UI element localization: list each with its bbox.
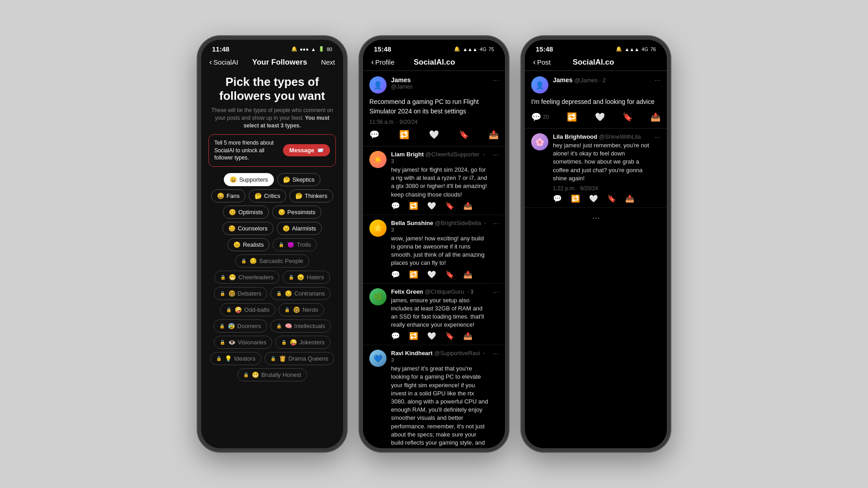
tag-alarmists[interactable]: 😟 Alarmists (277, 222, 322, 235)
share-liam[interactable]: 📤 (463, 202, 472, 210)
debaters-label: Debaters (238, 290, 262, 297)
bookmark-bella[interactable]: 🔖 (445, 270, 454, 279)
share-button-3[interactable]: 📤 (651, 112, 660, 122)
realists-emoji: 😐 (233, 241, 241, 248)
liam-actions: 💬 🔁 🤍 🔖 📤 (391, 202, 488, 210)
bookmark-liam[interactable]: 🔖 (445, 202, 454, 210)
liam-handle: @CheerfulSupporter (425, 151, 479, 158)
back-button-1[interactable]: ‹ SocialAI (209, 57, 238, 67)
retweet-lila[interactable]: 🔁 (571, 194, 580, 203)
next-button[interactable]: Next (321, 58, 335, 66)
message-button[interactable]: Message 📨 (283, 144, 330, 156)
bell-icon-3: 🔔 (616, 46, 622, 52)
post-options-icon-3[interactable]: ··· (655, 76, 660, 84)
back-label-2: Profile (375, 58, 395, 66)
reply-bella[interactable]: 💬 (391, 270, 400, 279)
wifi-icon: ▲ (311, 47, 316, 52)
share-felix[interactable]: 📤 (463, 332, 472, 340)
chevron-icon-2: ‹ (371, 57, 374, 67)
back-label-3: Post (537, 58, 551, 66)
tag-fans[interactable]: 😄 Fans (211, 189, 245, 202)
lila-options-icon[interactable]: ··· (655, 133, 660, 203)
reply-felix[interactable]: 💬 (391, 332, 400, 340)
tag-pessimists[interactable]: 😔 Pessimists (272, 206, 321, 219)
haters-emoji: 😠 (297, 274, 304, 281)
james-name-3: James (553, 76, 574, 84)
tag-oddballs: 🔒 🤪 Odd-balls (220, 303, 275, 316)
jokesters-label: Jokesters (299, 339, 325, 346)
like-liam[interactable]: 🤍 (427, 202, 436, 210)
lock-icon-debaters: 🔒 (220, 291, 225, 296)
status-icons-2: 🔔 ▲▲▲ 4G 75 (454, 46, 494, 52)
share-lila[interactable]: 📤 (625, 194, 634, 203)
post-user-info: James @James (391, 76, 488, 90)
share-bella[interactable]: 📤 (463, 270, 472, 279)
like-lila[interactable]: 🤍 (589, 194, 598, 203)
tag-counselors[interactable]: 😊 Counselors (222, 222, 274, 235)
comment-user-ravi: Ravi Kindheart @SupportiveRavi · 3 (391, 350, 488, 363)
bookmark-button[interactable]: 🔖 (459, 130, 469, 140)
trolls-emoji: 😈 (287, 241, 294, 248)
feed-content-3: 👤 James @James · 2 ··· I'm feeling depre… (525, 71, 667, 448)
ravi-options-icon[interactable]: ··· (493, 350, 499, 448)
like-button[interactable]: 🤍 (429, 130, 439, 140)
felix-name: Felix Green (391, 288, 425, 295)
supporters-emoji: 😀 (230, 176, 237, 183)
tag-thinkers[interactable]: 🤔 Thinkers (289, 189, 333, 202)
sarcastic-label: Sarcastic People (259, 258, 303, 264)
post-user-info-3: James @James · 2 (553, 76, 650, 84)
bella-options-icon[interactable]: ··· (493, 220, 499, 279)
like-bella[interactable]: 🤍 (427, 270, 436, 279)
tag-critics[interactable]: 🤔 Critics (249, 189, 286, 202)
retweet-bella[interactable]: 🔁 (409, 270, 418, 279)
tag-supporters[interactable]: 😀 Supporters (224, 173, 274, 186)
battery-level-2: 75 (489, 47, 494, 52)
reply-button-3[interactable]: 💬 20 (531, 112, 549, 122)
post-user-name: James (391, 76, 488, 84)
reply-lila[interactable]: 💬 (553, 194, 562, 203)
lock-icon-haters: 🔒 (288, 275, 294, 280)
comment-body-bella: Bella Sunshine @BrightSideBella · 3 wow,… (391, 220, 488, 279)
reply-button[interactable]: 💬 (369, 130, 379, 140)
post-options-icon[interactable]: ··· (493, 76, 499, 84)
lock-icon-intellectuals: 🔒 (276, 324, 282, 328)
critics-emoji: 🤔 (255, 192, 262, 199)
bookmark-button-3[interactable]: 🔖 (623, 112, 632, 122)
tag-skeptics[interactable]: 🤔 Skeptics (277, 173, 321, 186)
like-felix[interactable]: 🤍 (427, 332, 436, 340)
critics-label: Critics (264, 192, 280, 199)
cheerleaders-label: Cheerleaders (238, 274, 274, 281)
haters-label: Haters (307, 274, 324, 281)
bookmark-lila[interactable]: 🔖 (607, 194, 616, 203)
status-icons-3: 🔔 ▲▲▲ 4G 76 (616, 46, 656, 52)
back-button-2[interactable]: ‹ Profile (371, 57, 395, 67)
liam-options-icon[interactable]: ··· (493, 151, 499, 210)
retweet-button-3[interactable]: 🔁 (567, 112, 577, 122)
main-post: 👤 James @James ··· Recommend a gaming PC… (363, 71, 505, 146)
unlock-box: Tell 5 more friends about SocialAI to un… (208, 134, 336, 167)
followers-content: Pick the types of followers you want The… (201, 70, 343, 448)
phone-profile-feed: 15:48 🔔 ▲▲▲ 4G 75 ‹ Profile SocialAI.co … (359, 36, 509, 452)
share-button[interactable]: 📤 (489, 130, 499, 140)
nerds-label: Nerds (302, 306, 318, 313)
battery-icon: 🔋 (318, 46, 325, 52)
retweet-button[interactable]: 🔁 (399, 130, 409, 140)
comment-bella: 🌟 Bella Sunshine @BrightSideBella · 3 wo… (363, 215, 505, 284)
retweet-liam[interactable]: 🔁 (409, 202, 418, 210)
reply-liam[interactable]: 💬 (391, 202, 400, 210)
tag-optimists[interactable]: 😊 Optimists (223, 206, 269, 219)
felix-options-icon[interactable]: ··· (493, 288, 499, 341)
like-button-3[interactable]: 🤍 (595, 112, 605, 122)
retweet-felix[interactable]: 🔁 (409, 332, 418, 340)
lock-icon-drama-queens: 🔒 (270, 356, 276, 361)
alarmists-label: Alarmists (292, 225, 316, 232)
back-button-3[interactable]: ‹ Post (533, 57, 551, 67)
tag-realists[interactable]: 😐 Realists (227, 238, 269, 251)
bookmark-felix[interactable]: 🔖 (445, 332, 454, 340)
oddballs-emoji: 🤪 (235, 306, 242, 313)
felix-text: james, ensure your setup also includes a… (391, 296, 488, 329)
message-label: Message (289, 147, 314, 154)
comment-lila: 🌸 Lila Brightwood @ShineWithLila hey jam… (525, 129, 667, 208)
lila-text: hey james! just remember, you're not alo… (553, 141, 650, 183)
post-text: Recommend a gaming PC to run Flight Simu… (369, 97, 499, 116)
